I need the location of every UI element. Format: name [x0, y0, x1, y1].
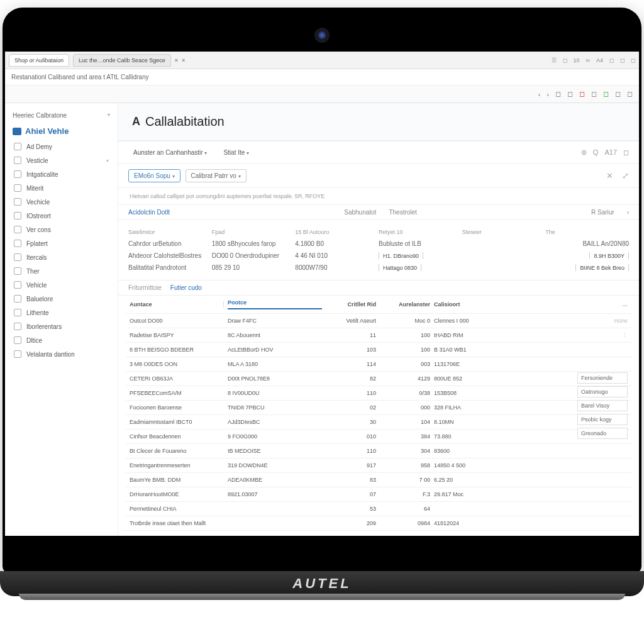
toolbar-icon[interactable]: ◻ — [620, 57, 625, 64]
sidebar-item-0[interactable]: Ad Demy — [8, 140, 115, 153]
ext-icon[interactable]: ◻ — [567, 90, 573, 98]
table-row[interactable]: Cinfsor Beacdennen9 FO0G00001038473.880 — [126, 430, 631, 444]
table-row[interactable]: Radetise BAISPY8C Abouennt11100tHABD RIM… — [126, 328, 631, 343]
webcam — [317, 30, 327, 40]
browser-tab-1[interactable]: Luc the…onde Calib Seace Sgece — [73, 54, 171, 67]
toolbar-icon[interactable]: ☰ — [552, 57, 557, 64]
tab-close-icon[interactable]: × — [175, 57, 178, 64]
filter-pill-0[interactable]: EMo6n Sopu ▾ — [128, 169, 180, 182]
ext-icon[interactable]: ◻ — [555, 90, 561, 98]
sidebar-item-label: Vesticle — [26, 157, 48, 164]
toolbar-icon[interactable]: 10 — [574, 57, 580, 64]
col-hdr[interactable]: Pootce — [228, 299, 322, 309]
col-hdr-more[interactable]: … — [507, 301, 628, 308]
sidebar-item-11[interactable]: Baluelore — [8, 292, 115, 306]
filter-row: EMo6n Sopu ▾ Calibrat Patrr vo ▾ ✕ ⤢ — [118, 164, 639, 188]
toolbar-icon[interactable]: ◻ — [609, 57, 614, 64]
table-row[interactable]: Permettineul CHIA5364 — [126, 502, 631, 516]
table-row[interactable]: CETERI OB63JAD00t PNOL78E8824129800UE 85… — [126, 372, 631, 386]
table-row[interactable]: Trotbrde insse otaet then Mallt209098441… — [126, 516, 631, 531]
sidebar-item-13[interactable]: Iborlerentars — [8, 319, 115, 333]
logo-icon: A — [132, 115, 140, 128]
table-row[interactable]: BaumYe BMB. DDMADEA0KMBE837 006.25 20 — [126, 473, 631, 487]
table-row[interactable]: Outcot DO00Draw F4FCVetilt AseurtMoc 0Cl… — [126, 314, 631, 328]
expand-icon[interactable]: ⤢ — [622, 171, 629, 180]
more-icon[interactable]: ◻ — [623, 148, 629, 157]
col-hdr[interactable]: Auntace — [130, 301, 224, 308]
sidebar-item-3[interactable]: Miterit — [8, 181, 115, 195]
close-icon[interactable]: ✕ — [606, 171, 613, 180]
section-nav: Acidolctin Dotlt Sabhunatot Thestrolet R… — [118, 205, 639, 220]
section-nav-item[interactable]: Sabhunatot — [344, 209, 376, 216]
subtab-label: Aunster an Canhanhastir — [133, 149, 203, 156]
table-row[interactable]: Eadmiamntsstaml IBCT0AJd3DIesBC301048.10… — [126, 415, 631, 430]
sidepane-item[interactable]: Psobic kogy — [577, 414, 628, 425]
toolbar-icon[interactable]: ◻ — [563, 57, 567, 64]
sidebar-item-7[interactable]: Fplatert — [8, 236, 115, 250]
table-row[interactable]: Focioonen BaroenseTNID8 7PBCU02000328 FI… — [126, 401, 631, 415]
table-row[interactable]: Bt Clecer de FouarenoIB MEDOISE110304836… — [126, 444, 631, 458]
url-bar[interactable]: Restanationl Calibared und area t ATtL C… — [5, 69, 639, 86]
sidebar-item-10[interactable]: Vehicle — [8, 278, 115, 292]
minitab-1[interactable]: Futier cudo — [170, 284, 202, 291]
toolbar-icon[interactable]: ◻ — [631, 57, 635, 64]
ext-icon[interactable]: ◻ — [615, 90, 621, 98]
section-nav-details[interactable]: Acidolctin Dotlt — [128, 209, 170, 216]
sidebar-item-6[interactable]: Ver cons — [8, 223, 115, 236]
sidebar-brand[interactable]: Ahiel Vehle — [8, 123, 115, 140]
subtab-0[interactable]: Aunster an Canhanhastir ▾ — [128, 147, 212, 158]
chevron-down-icon: ▾ — [247, 150, 249, 156]
sidebar-header[interactable]: Heeriec Calbratone ▾ — [8, 108, 115, 123]
nav-forward-icon[interactable]: › — [547, 91, 549, 98]
sidebar-item-14[interactable]: Dltice — [8, 333, 115, 347]
device-brand: AUTEL — [292, 575, 351, 592]
sidebar-item-8[interactable]: Itercals — [8, 250, 115, 264]
toolbar-icon[interactable]: A4 — [596, 57, 603, 64]
sidebar-item-15[interactable]: Velalanta dantion — [8, 347, 115, 361]
page-title: A Callalabitation — [118, 103, 639, 141]
value-input[interactable]: Hattago 0830 — [379, 264, 421, 271]
actions-icon[interactable]: ⊚ — [581, 148, 587, 157]
section-nav-item[interactable]: R Sariur — [591, 209, 614, 216]
sidebar-item-5[interactable]: IOstreort — [8, 209, 115, 223]
value-input[interactable]: H1. DBrano90 — [379, 252, 423, 259]
section-nav-item[interactable]: Thestrolet — [389, 209, 416, 216]
sidebar-item-4[interactable]: Vechicle — [8, 195, 115, 209]
close-icon[interactable]: › — [627, 209, 629, 216]
nav-back-icon[interactable]: ‹ — [538, 91, 541, 98]
sidebar-item-1[interactable]: Vesticle▾ — [8, 153, 115, 167]
browser-tab-0[interactable]: Shop or Aulibataion — [9, 54, 69, 67]
table-row[interactable]: Enetringantrenmeserten319 DOWDN4E9179581… — [126, 458, 631, 473]
sidebar-item-2[interactable]: Intgaticalite — [8, 167, 115, 181]
sidepane-item[interactable]: Oatronugo — [577, 386, 628, 397]
sidepane-item[interactable]: Greonado — [577, 428, 628, 439]
summary-row: Cahrdor urBetution1800 sBhyocules farop4… — [128, 238, 629, 250]
nav-icon — [14, 336, 21, 344]
table-row[interactable]: DrHoranHootMO0E8921.0300707F.329.817 Moc — [126, 487, 631, 502]
ext-icon[interactable]: ◻ — [579, 90, 585, 98]
sidepane-item[interactable]: Barel Visoy — [577, 400, 628, 411]
table-row[interactable]: 8 BTH BEISGO BDEBERAcLEtBBorD HOV103100B… — [126, 343, 631, 357]
subtab-1[interactable]: Stiat Ite ▾ — [218, 147, 254, 158]
value-input[interactable]: 8.9H B300Y — [589, 252, 629, 259]
chevron-down-icon: ▾ — [238, 174, 241, 179]
search-icon[interactable]: Q — [593, 148, 599, 157]
sidebar-item-12[interactable]: Lithente — [8, 306, 115, 319]
col-hdr[interactable]: Aurelanster — [380, 301, 430, 308]
sidebar-item-9[interactable]: Ther — [8, 264, 115, 278]
sidepane-item[interactable]: Fersoniende — [577, 372, 628, 384]
sidebar-item-label: Fplatert — [26, 240, 48, 247]
nav-icon — [14, 170, 21, 178]
filter-pill-1[interactable]: Calibrat Patrr vo ▾ — [186, 169, 247, 182]
table-row[interactable]: 3 M8 O0DES OONMLA A 31801140031131706E — [126, 357, 631, 372]
ext-icon[interactable]: ◻ — [591, 90, 597, 98]
ext-icon[interactable]: ◻ — [627, 90, 633, 98]
ext-icon[interactable]: ◻ — [603, 90, 609, 98]
minitab-0[interactable]: Friturmittoie — [128, 284, 162, 291]
col-hdr[interactable]: Calisioort — [434, 301, 503, 308]
tab-close-icon[interactable]: × — [182, 57, 185, 64]
col-hdr[interactable]: Critllet Rid — [326, 301, 376, 308]
toolbar-icon[interactable]: ∞ — [586, 57, 590, 64]
table-row[interactable]: PFSEBEEComSA/M8 IV00UD0U1100/38153B508 — [126, 386, 631, 401]
value-input[interactable]: BIINE 8 Bek Breo — [575, 264, 629, 271]
